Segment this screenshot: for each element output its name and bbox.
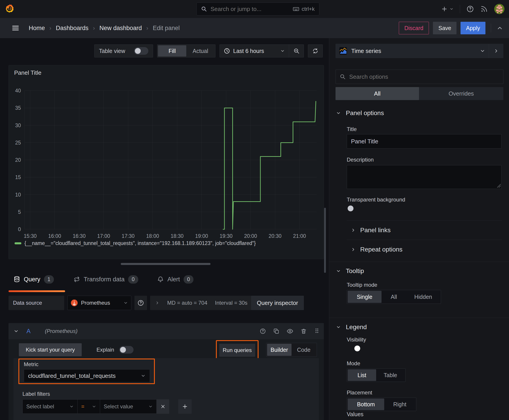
builder-mode-option[interactable]: Builder [267, 344, 291, 356]
svg-text:17:00: 17:00 [97, 233, 110, 239]
user-avatar[interactable] [494, 4, 504, 14]
chevron-down-icon [336, 111, 341, 116]
remove-filter-button[interactable] [157, 399, 169, 414]
legend-visibility-label: Visibility [347, 337, 366, 343]
fill-option[interactable]: Fill [158, 45, 186, 57]
query-options-summary[interactable]: MD = auto = 704 Interval = 30s [150, 296, 266, 310]
select-label-dropdown[interactable]: Select label [23, 399, 78, 414]
topbar-divider [460, 5, 460, 13]
svg-text:5: 5 [18, 209, 21, 215]
tooltip-mode-label: Tooltip mode [347, 282, 377, 288]
tab-alert[interactable]: Alert 0 [157, 271, 193, 287]
panel-description-input[interactable] [347, 165, 501, 189]
drag-query-handle[interactable] [314, 328, 320, 335]
chevron-down-icon [14, 329, 19, 334]
actual-option[interactable]: Actual [186, 45, 214, 57]
top-nav-bar: ctrl+k [0, 0, 509, 18]
time-series-viz-icon [339, 47, 347, 55]
textarea-resize-handle[interactable] [497, 184, 501, 188]
panel-options-pane: Time series All Overrides Panel options … [329, 38, 509, 420]
tooltip-hidden-option[interactable]: Hidden [406, 291, 440, 303]
time-range-control: Last 6 hours [220, 45, 304, 57]
svg-text:18:00: 18:00 [146, 233, 159, 239]
max-data-points: MD = auto = 704 [167, 300, 207, 306]
options-search-input[interactable] [349, 73, 499, 80]
collapse-header-button[interactable] [496, 25, 503, 31]
viz-suggestions-button[interactable] [489, 44, 503, 58]
data-source-help-button[interactable] [134, 296, 147, 310]
query-row-header[interactable]: A (Prometheus) [8, 323, 324, 339]
panel-title-input[interactable] [347, 134, 501, 149]
panel-links-section[interactable]: Panel links [351, 225, 390, 236]
table-view-label: Table view [99, 48, 125, 54]
breadcrumb-new-dashboard[interactable]: New dashboard [99, 25, 142, 32]
legend-section-header[interactable]: Legend [336, 323, 367, 331]
refresh-button[interactable] [308, 45, 323, 57]
placement-bottom-option[interactable]: Bottom [348, 398, 384, 410]
panel-options-section-header[interactable]: Panel options [336, 110, 384, 117]
chart-legend: {__name__="cloudflared_tunnel_total_requ… [15, 240, 256, 246]
zoom-out-button[interactable] [289, 45, 304, 57]
tab-transform-data[interactable]: Transform data 0 [73, 271, 138, 287]
add-menu-button[interactable] [441, 6, 454, 12]
grafana-logo-icon[interactable] [4, 4, 15, 14]
visualization-picker[interactable]: Time series [335, 44, 489, 58]
breadcrumb-dashboards[interactable]: Dashboards [56, 25, 89, 32]
menu-toggle-icon[interactable] [12, 24, 19, 32]
table-view-toggle[interactable] [134, 47, 148, 55]
breadcrumb-home[interactable]: Home [29, 25, 45, 32]
operator-dropdown[interactable]: = [78, 399, 100, 414]
svg-text:16:00: 16:00 [48, 233, 61, 239]
run-queries-button[interactable]: Run queries [219, 344, 255, 357]
tab-all-options[interactable]: All [335, 87, 419, 100]
options-search[interactable] [335, 69, 503, 84]
svg-text:25: 25 [15, 140, 21, 146]
select-value-dropdown[interactable]: Select value [100, 399, 157, 414]
kick-start-query-button[interactable]: Kick start your query [19, 343, 82, 356]
hide-query-icon[interactable] [287, 328, 293, 335]
data-source-picker[interactable]: Prometheus [67, 296, 131, 310]
delete-query-icon[interactable] [301, 328, 307, 334]
global-search[interactable]: ctrl+k [196, 2, 319, 15]
time-range-picker[interactable]: Last 6 hours [220, 45, 289, 57]
legend-list-option[interactable]: List [348, 369, 376, 381]
panel-edit-main: Table view Fill Actual Last 6 hours Pane… [0, 38, 326, 420]
apply-button[interactable]: Apply [461, 22, 486, 34]
time-series-chart[interactable]: 051015202530354015:3016:0016:3017:0017:3… [9, 65, 324, 259]
explain-toggle[interactable] [119, 346, 134, 354]
legend-table-option[interactable]: Table [376, 369, 405, 381]
pane-resize-handle[interactable] [121, 263, 211, 265]
save-button[interactable]: Save [433, 22, 456, 34]
svg-text:19:30: 19:30 [220, 233, 233, 239]
tooltip-single-option[interactable]: Single [348, 291, 381, 303]
add-filter-button[interactable] [178, 399, 192, 414]
tab-query[interactable]: Query 1 [14, 271, 54, 287]
discard-button[interactable]: Discard [399, 22, 429, 34]
code-mode-option[interactable]: Code [291, 344, 316, 356]
tab-overrides[interactable]: Overrides [419, 87, 503, 100]
news-rss-button[interactable] [480, 5, 488, 13]
chevron-right-icon [351, 228, 356, 233]
visualization-name: Time series [351, 48, 476, 54]
tooltip-section-header[interactable]: Tooltip [336, 267, 364, 275]
query-help-icon[interactable] [260, 328, 266, 334]
plus-icon [182, 403, 188, 410]
help-button[interactable] [466, 5, 474, 13]
chevron-down-icon [141, 373, 146, 378]
duplicate-query-icon[interactable] [273, 328, 279, 334]
svg-text:35: 35 [15, 105, 21, 111]
chevron-down-icon [280, 49, 285, 53]
divider [347, 240, 502, 240]
tab-alert-count: 0 [183, 275, 194, 284]
placement-right-option[interactable]: Right [384, 398, 415, 410]
metric-select[interactable]: cloudflared_tunnel_total_requests [24, 369, 150, 382]
scrollbar-thumb[interactable] [324, 208, 326, 273]
search-input[interactable] [211, 6, 289, 13]
legend-series-label[interactable]: {__name__="cloudflared_tunnel_total_requ… [24, 240, 256, 246]
chevron-down-icon [123, 301, 128, 305]
svg-text:30: 30 [15, 122, 21, 128]
query-inspector-button[interactable]: Query inspector [251, 296, 304, 310]
tooltip-all-option[interactable]: All [381, 291, 406, 303]
repeat-options-section[interactable]: Repeat options [351, 244, 403, 255]
chevron-right-icon [155, 301, 160, 305]
